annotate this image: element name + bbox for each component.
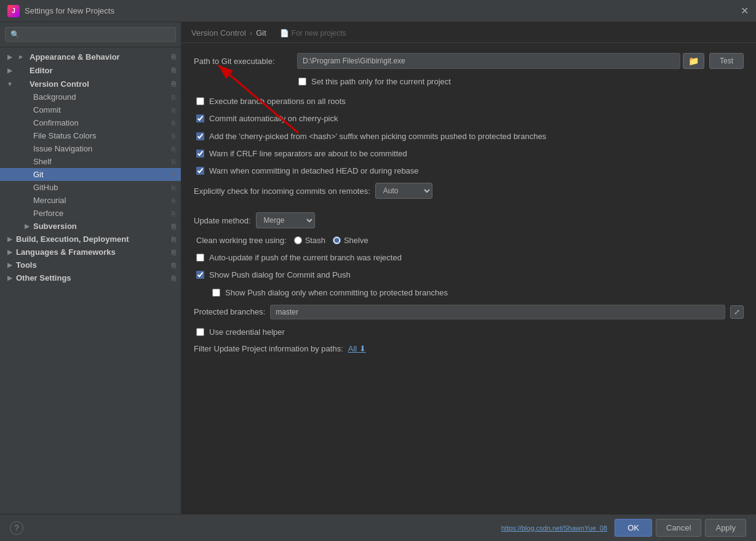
path-label: Path to Git executable: <box>194 57 292 66</box>
arrow-icon <box>22 223 32 230</box>
checkbox-row-add-cherry: Add the 'cherry-picked from <hash>' suff… <box>194 131 744 142</box>
arrow-icon <box>5 249 15 255</box>
protected-branches-row: Protected branches: ⤢ <box>194 305 744 319</box>
copy-icon: ⎘ <box>172 106 176 114</box>
execute-branch-checkbox[interactable] <box>196 97 204 105</box>
sidebar-item-label: Tools <box>16 260 37 270</box>
set-path-label: Set this path only for the current proje… <box>311 76 451 87</box>
check-incoming-select[interactable]: Auto Always Never <box>375 183 432 199</box>
sidebar-item-github[interactable]: GitHub ⎘ <box>0 181 181 194</box>
sidebar-item-git[interactable]: Git ⎘ <box>0 168 181 181</box>
sidebar-item-file-status-colors[interactable]: File Status Colors ⎘ <box>0 129 181 142</box>
app-icon: J <box>7 5 20 17</box>
sidebar-item-label: Issue Navigation <box>33 144 92 153</box>
shelve-radio[interactable] <box>333 236 341 244</box>
copy-icon: ⎘ <box>172 80 176 87</box>
copy-icon: ⎘ <box>172 132 176 140</box>
sidebar-item-confirmation[interactable]: Confirmation ⎘ <box>0 116 181 129</box>
sidebar-item-other-settings[interactable]: Other Settings ⎘ <box>0 271 181 284</box>
path-row: Path to Git executable: 📁 Test <box>194 53 744 69</box>
show-push-checkbox[interactable] <box>196 271 204 279</box>
sidebar-item-commit[interactable]: Commit ⎘ <box>0 103 181 116</box>
credential-helper-checkbox[interactable] <box>196 328 204 336</box>
update-method-select[interactable]: Merge Rebase <box>256 212 315 228</box>
add-cherry-checkbox[interactable] <box>196 132 204 140</box>
path-input[interactable] <box>297 53 680 69</box>
arrow-icon <box>5 54 15 60</box>
clean-tree-row: Clean working tree using: Stash Shelve <box>194 236 744 245</box>
protected-branches-input[interactable] <box>270 305 725 319</box>
sidebar-item-label: Build, Execution, Deployment <box>16 234 129 244</box>
checkbox-row-show-push-protected: Show Push dialog only when committing to… <box>194 287 744 299</box>
checkbox-row-credential: Use credential helper <box>194 327 744 338</box>
test-button[interactable]: Test <box>709 53 744 69</box>
warn-detached-checkbox[interactable] <box>196 167 204 175</box>
checkbox-row-execute-branch: Execute branch operations on all roots <box>194 96 744 107</box>
execute-branch-label: Execute branch operations on all roots <box>209 96 346 107</box>
footer-url[interactable]: https://blog.csdn.net/ShawnYue_08 <box>501 524 607 532</box>
sidebar-item-editor[interactable]: Editor ⎘ <box>0 63 181 77</box>
arrow-icon <box>5 236 15 242</box>
sidebar-item-issue-navigation[interactable]: Issue Navigation ⎘ <box>0 142 181 155</box>
warn-crlf-label: Warn if CRLF line separators are about t… <box>209 148 407 159</box>
sidebar-item-label: Mercurial <box>33 196 66 205</box>
shelve-radio-label[interactable]: Shelve <box>333 236 368 245</box>
commit-cherry-label: Commit automatically on cherry-pick <box>209 113 338 124</box>
sidebar-item-tools[interactable]: Tools ⎘ <box>0 258 181 271</box>
sidebar-item-label: Confirmation <box>33 118 79 127</box>
breadcrumb-current: Git <box>256 28 266 38</box>
folder-icon <box>16 79 26 89</box>
copy-icon: ⎘ <box>172 249 176 256</box>
search-input[interactable] <box>5 27 176 42</box>
check-incoming-label: Explicitly check for incoming commits on… <box>194 186 370 196</box>
sidebar-item-label: Appearance & Behavior <box>30 52 120 62</box>
content-wrapper: Version Control › Git 📄 For new projects… <box>181 22 756 514</box>
sidebar-item-build-execution[interactable]: Build, Execution, Deployment ⎘ <box>0 233 181 246</box>
sidebar-item-languages[interactable]: Languages & Frameworks ⎘ <box>0 246 181 258</box>
sidebar-item-background[interactable]: Background ⎘ <box>0 90 181 103</box>
warn-crlf-checkbox[interactable] <box>196 150 204 158</box>
sidebar-item-version-control[interactable]: Version Control ⎘ <box>0 77 181 90</box>
help-button[interactable]: ? <box>10 521 23 535</box>
content-panel: Version Control › Git 📄 For new projects… <box>181 22 756 514</box>
set-path-current-checkbox[interactable] <box>298 78 306 86</box>
auto-update-checkbox[interactable] <box>196 254 204 262</box>
close-button[interactable]: ✕ <box>741 5 749 17</box>
breadcrumb-suffix: 📄 For new projects <box>280 29 346 38</box>
search-bar <box>0 22 181 47</box>
arrow-icon <box>5 275 15 281</box>
window-title: Settings for New Projects <box>25 6 114 15</box>
browse-button[interactable]: 📁 <box>683 53 704 69</box>
sidebar-item-subversion[interactable]: Subversion ⎘ <box>0 220 181 233</box>
page-icon: 📄 <box>280 29 289 38</box>
breadcrumb-separator: › <box>250 28 252 38</box>
sidebar-item-label: Other Settings <box>16 273 71 283</box>
checkbox-row-commit-cherry: Commit automatically on cherry-pick <box>194 113 744 124</box>
stash-radio[interactable] <box>294 236 302 244</box>
commit-cherry-checkbox[interactable] <box>196 114 204 122</box>
filter-value[interactable]: All ⬇ <box>348 344 366 353</box>
copy-icon: ⎘ <box>172 94 176 101</box>
sidebar-item-appearance[interactable]: ▸ Appearance & Behavior ⎘ <box>0 50 181 63</box>
sidebar-item-label: Version Control <box>30 79 89 89</box>
sidebar-item-label: Commit <box>33 105 61 114</box>
update-method-row: Update method: Merge Rebase <box>194 212 744 228</box>
show-push-protected-checkbox[interactable] <box>212 289 220 297</box>
sidebar-item-perforce[interactable]: Perforce ⎘ <box>0 207 181 220</box>
title-bar: J Settings for New Projects ✕ <box>0 0 756 22</box>
sidebar-item-mercurial[interactable]: Mercurial ⎘ <box>0 194 181 207</box>
ok-button[interactable]: OK <box>615 519 652 537</box>
sidebar: ▸ Appearance & Behavior ⎘ Editor ⎘ Versi… <box>0 22 181 514</box>
checkbox-row-set-path: Set this path only for the current proje… <box>194 76 744 87</box>
breadcrumb-parent: Version Control <box>191 28 246 38</box>
stash-label: Stash <box>305 236 325 245</box>
filter-row: Filter Update Project information by pat… <box>194 344 744 353</box>
sidebar-item-label: File Status Colors <box>33 131 97 140</box>
sidebar-item-shelf[interactable]: Shelf ⎘ <box>0 155 181 168</box>
expand-button[interactable]: ⤢ <box>730 305 744 319</box>
stash-radio-label[interactable]: Stash <box>294 236 325 245</box>
checkbox-row-warn-detached: Warn when committing in detached HEAD or… <box>194 166 744 177</box>
apply-button[interactable]: Apply <box>705 519 746 537</box>
cancel-button[interactable]: Cancel <box>656 519 701 537</box>
copy-icon: ⎘ <box>172 53 176 60</box>
